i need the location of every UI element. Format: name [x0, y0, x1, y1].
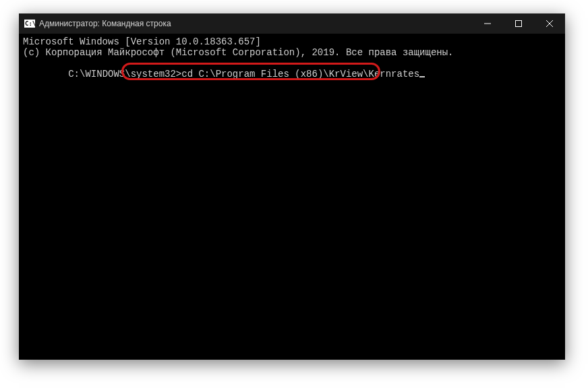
- terminal-area[interactable]: Microsoft Windows [Version 10.0.18363.65…: [19, 34, 565, 360]
- text-cursor: [419, 76, 425, 77]
- minimize-icon: [484, 20, 491, 27]
- maximize-button[interactable]: [503, 13, 534, 34]
- command-text: cd C:\Program Files (x86)\KrView\Kernrat…: [181, 69, 419, 79]
- prompt-text: C:\WINDOWS\system32>: [68, 69, 181, 79]
- minimize-button[interactable]: [472, 13, 503, 34]
- terminal-prompt-line: C:\WINDOWS\system32>cd C:\Program Files …: [23, 58, 561, 90]
- svg-rect-1: [516, 21, 522, 27]
- cmd-app-icon-glyph: C:\.: [25, 21, 40, 27]
- terminal-line: Microsoft Windows [Version 10.0.18363.65…: [23, 36, 561, 47]
- maximize-icon: [515, 20, 522, 27]
- cmd-app-icon: C:\.: [24, 19, 35, 28]
- close-button[interactable]: [534, 13, 565, 34]
- window-title: Администратор: Командная строка: [39, 19, 171, 28]
- titlebar[interactable]: C:\. Администратор: Командная строка: [19, 13, 565, 34]
- cmd-window: C:\. Администратор: Командная строка Mic…: [19, 13, 565, 360]
- terminal-line: (c) Корпорация Майкрософт (Microsoft Cor…: [23, 47, 561, 58]
- close-icon: [546, 20, 553, 27]
- window-controls: [472, 13, 565, 34]
